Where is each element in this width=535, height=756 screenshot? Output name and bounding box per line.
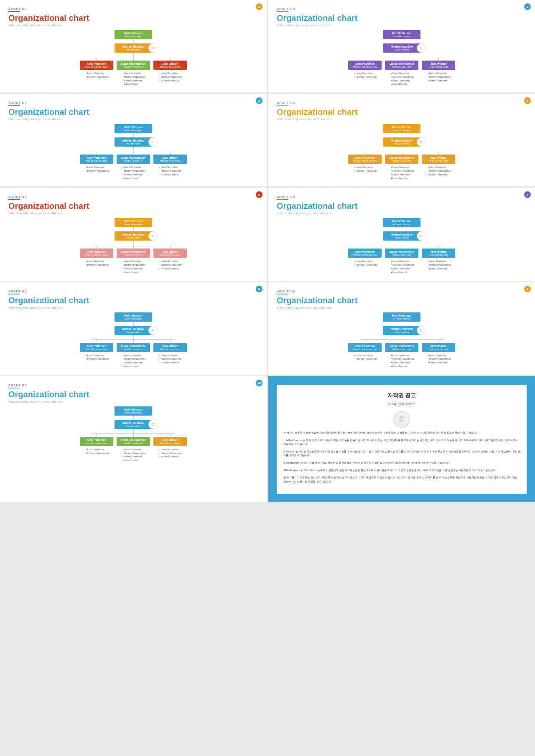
head3-branch: Jack WilliamHead of prog. team Laura Sto… xyxy=(153,245,187,270)
slide-9: 10 ABOUT US Organizational chart Write s… xyxy=(0,376,267,502)
connector-v1 xyxy=(133,227,134,231)
ceo-box: Mark PattersonGeneral manager xyxy=(383,30,420,39)
connector-v2 xyxy=(133,241,134,245)
company-logo: C xyxy=(148,43,158,53)
team1-list: Laura StomacheHashem Papashman xyxy=(353,258,377,267)
slide-number: 2 xyxy=(256,3,262,10)
h-connector xyxy=(360,151,443,151)
head1-box: John PattersonHead of business team xyxy=(348,343,382,352)
head2-box: Laura HishmatinovHead of web team xyxy=(117,343,150,352)
connector-v4 xyxy=(133,340,134,343)
team2-list: Laura StomacheHashem PapashmanKamal Shom… xyxy=(390,258,414,274)
head3-branch: Jack WilliamHead of prog. team Laura Sto… xyxy=(422,245,455,270)
connector-v2 xyxy=(402,147,402,151)
team1-list: Laura StomacheHashem Papashman xyxy=(353,352,377,361)
connector-v1 xyxy=(402,39,402,43)
head3-box: Jack WilliamHead of prog. team xyxy=(422,343,455,352)
slide-title: Organizational chart xyxy=(277,296,527,305)
ceo-box: Mark PattersonGeneral manager xyxy=(115,406,152,416)
about-label: ABOUT US xyxy=(8,101,258,104)
head1-branch: John PattersonHead of business team Laur… xyxy=(348,340,382,361)
team1-list: Laura StomacheHashem Papashman xyxy=(353,70,377,79)
head2-box: Laura HishmatinovHead of web team xyxy=(385,343,418,352)
copyright-inner: 저작권 공고 Copyright Notice C 본 저작 자료물은 저작권 … xyxy=(277,385,527,494)
ceo-box: Mark PattersonGeneral manager xyxy=(383,312,420,322)
head3-box: Jack WilliamHead of prog. team xyxy=(422,61,455,70)
connector-v3 xyxy=(97,245,97,249)
h-connector-wrap xyxy=(92,339,175,340)
vp-box: Michael HastikovVice president C xyxy=(383,137,420,147)
slide-title: Organizational chart xyxy=(8,390,258,399)
org-chart: Mark PattersonGeneral manager Michael Ha… xyxy=(8,30,258,86)
slide-title: Organizational chart xyxy=(8,107,258,117)
head2-branch: Laura HishmatinovHead of web team Laura … xyxy=(385,340,418,368)
head1-branch: John PattersonHead of business team Laur… xyxy=(80,340,113,361)
head1-branch: John PattersonHead of business team Laur… xyxy=(80,151,113,173)
connector-v5 xyxy=(170,340,171,343)
team2-list: Laura StomacheHashem PapashmanKamal Shom… xyxy=(390,164,414,180)
h-connector-wrap xyxy=(360,57,443,57)
connector-v3 xyxy=(365,57,365,61)
connector-v3 xyxy=(97,151,97,155)
slide-subtitle: Write something about your main title he… xyxy=(8,24,258,27)
head1-box: John PattersonHead of business team xyxy=(80,249,113,258)
connector-v4 xyxy=(402,340,402,343)
connector-v3 xyxy=(97,57,97,61)
head1-box: John PattersonHead of business team xyxy=(80,437,113,446)
connector-v4 xyxy=(133,57,134,61)
slide-subtitle: Write something about your main title he… xyxy=(8,400,258,403)
head3-branch: Jack WilliamHead of prog. team Laura Sto… xyxy=(422,57,455,82)
vp-box: Michael HastikovVice president C xyxy=(115,420,152,429)
head1-branch: John PattersonHead of business team Laur… xyxy=(80,57,113,79)
org-chart: Mark PattersonGeneral manager Michael Ha… xyxy=(277,218,527,274)
head1-branch: John PattersonHead of business team Laur… xyxy=(348,151,382,173)
head3-branch: Jack WilliamHead of prog. team Laura Sto… xyxy=(422,340,455,365)
ceo-box: Mark PattersonGeneral manager xyxy=(115,124,152,133)
team3-list: Laura StomacheHashem PapashmanKamal Shom… xyxy=(158,446,183,459)
h-connector xyxy=(92,433,175,434)
head2-box: Laura HishmatinovHead of web team xyxy=(385,249,418,258)
team3-list: Laura StomacheHashem PapashmanKamal Shom… xyxy=(426,258,451,270)
heads-level: John PattersonHead of business team Laur… xyxy=(348,151,455,180)
slide-subtitle: Write something about your main title he… xyxy=(277,118,527,121)
h-connector xyxy=(92,151,175,151)
head3-box: Jack WilliamHead of prog. team xyxy=(153,61,187,70)
copyright-section: AllPptGraphics 및 기타 서비스는 귀하의 콘텐츠에 관한 지식재… xyxy=(283,469,520,473)
h-connector xyxy=(92,339,175,340)
h-connector xyxy=(360,339,443,340)
vp-box: Michael HastikovVice president C xyxy=(383,326,420,335)
about-label: ABOUT US xyxy=(277,101,527,104)
slide-title: Organizational chart xyxy=(8,296,258,305)
slide-title: Organizational chart xyxy=(277,107,527,117)
slide-number: 3 xyxy=(524,3,531,10)
slide-number: 6 xyxy=(256,191,262,198)
copyright-section: 2. Allppt(a)는 저작권 국제표준규약에 따라 생성된 자료물과 허가… xyxy=(283,450,520,458)
h-connector-wrap xyxy=(360,245,443,245)
title-underline xyxy=(277,199,288,200)
head2-branch: Laura HishmatinovHead of web team Laura … xyxy=(385,151,418,180)
head2-branch: Laura HishmatinovHead of web team Laura … xyxy=(117,151,150,180)
slide-subtitle: Write something about your main title he… xyxy=(8,118,258,121)
slide-title: Organizational chart xyxy=(8,201,258,211)
about-label: ABOUT US xyxy=(277,290,527,293)
connector-v4 xyxy=(133,245,134,249)
head3-box: Jack WilliamHead of prog. team xyxy=(422,155,455,164)
head1-branch: John PattersonHead of business team Laur… xyxy=(348,245,382,267)
team2-list: Laura StomacheHashem PapashmanKamal Shom… xyxy=(121,70,146,86)
copyright-title-kr: 저작권 공고 xyxy=(283,391,520,400)
connector-v5 xyxy=(170,151,171,155)
head2-box: Laura HishmatinovHead of web team xyxy=(117,61,150,70)
head2-box: Laura HishmatinovHead of web team xyxy=(117,249,150,258)
team3-list: Laura StomacheHashem PapashmanKamal Shom… xyxy=(158,70,183,82)
ceo-box: Mark PattersonGeneral manager xyxy=(115,218,152,227)
connector-v2 xyxy=(133,429,134,433)
slide-number: 5 xyxy=(524,97,531,104)
about-label: ABOUT US xyxy=(8,384,258,387)
about-label: ABOUT US xyxy=(8,8,258,10)
slide-number: 8 xyxy=(256,286,262,292)
slide-number: 9 xyxy=(524,286,531,292)
connector-v2 xyxy=(133,335,134,339)
head2-branch: Laura HishmatinovHead of web team Laura … xyxy=(385,57,418,86)
heads-level: John PattersonHead of business team Laur… xyxy=(348,57,455,86)
team3-list: Laura StomacheHashem PapashmanKamal Shom… xyxy=(158,352,183,365)
